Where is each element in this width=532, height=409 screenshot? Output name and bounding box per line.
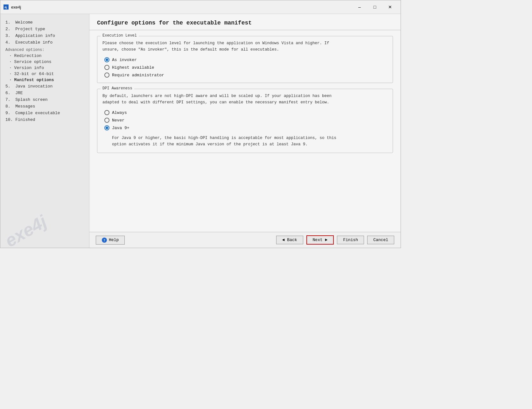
cancel-label: Cancel [373, 238, 388, 242]
sidebar-item-executable-info[interactable]: 4. Executable info [4, 39, 85, 46]
java9plus-desc: For Java 9 or higher, the basic high-DPI… [112, 135, 388, 148]
dpi-awareness-radio-group: Always Never Java 9+ For Java 9 or highe… [102, 110, 388, 148]
sidebar-watermark: exe4j [1, 211, 50, 248]
content-body: Execution Level Please choose the execut… [89, 30, 401, 232]
sidebar-item-project-type[interactable]: 2. Project type [4, 26, 85, 32]
help-icon: ? [102, 238, 107, 243]
radio-require-administrator-circle [104, 73, 109, 78]
window-controls: – □ ✕ [352, 2, 397, 12]
dpi-awareness-label: DPI Awareness [101, 86, 134, 91]
sidebar-item-version-info[interactable]: · Version info [4, 65, 85, 71]
next-button[interactable]: Next ► [306, 235, 334, 245]
radio-java9plus[interactable]: Java 9+ [104, 125, 388, 130]
sidebar: 1. Welcome 2. Project type 3. Applicatio… [0, 14, 89, 248]
sidebar-item-finished[interactable]: 10. Finished [4, 116, 85, 123]
radio-never-circle [104, 118, 109, 123]
cancel-button[interactable]: Cancel [367, 236, 394, 244]
radio-require-administrator-label: Require administrator [112, 73, 164, 78]
window-title: exe4j [11, 5, 352, 10]
sidebar-item-service-options[interactable]: · Service options [4, 59, 85, 65]
radio-never-label: Never [112, 118, 124, 123]
main-content: 1. Welcome 2. Project type 3. Applicatio… [0, 14, 401, 248]
sidebar-item-java-invocation[interactable]: 5. Java invocation [4, 83, 85, 90]
sidebar-item-splash-screen[interactable]: 7. Splash screen [4, 96, 85, 103]
title-bar: 4j exe4j – □ ✕ [0, 0, 401, 14]
content-header: Configure options for the executable man… [89, 14, 401, 30]
execution-level-desc: Please choose the execution level for la… [102, 40, 388, 53]
radio-as-invoker-circle [104, 57, 109, 62]
next-label: Next ► [313, 238, 328, 242]
sidebar-item-32bit-64bit[interactable]: · 32-bit or 64-bit [4, 71, 85, 77]
execution-level-radio-group: As invoker Highest available Require adm… [102, 57, 388, 78]
radio-always-label: Always [112, 110, 127, 115]
execution-level-label: Execution Level [101, 33, 139, 38]
radio-require-administrator[interactable]: Require administrator [104, 73, 388, 78]
finish-button[interactable]: Finish [337, 236, 364, 244]
content-area: Configure options for the executable man… [89, 14, 401, 248]
sidebar-item-redirection[interactable]: · Redirection [4, 53, 85, 59]
close-button[interactable]: ✕ [383, 2, 397, 12]
dpi-awareness-section: DPI Awareness By default, launchers are … [97, 89, 393, 153]
back-button[interactable]: ◄ Back [276, 236, 303, 244]
svg-text:4j: 4j [4, 6, 7, 9]
help-label: Help [109, 238, 119, 242]
sidebar-item-messages[interactable]: 8. Messages [4, 103, 85, 110]
radio-never[interactable]: Never [104, 118, 388, 123]
radio-highest-available-label: Highest available [112, 65, 154, 70]
help-button[interactable]: ? Help [96, 236, 125, 245]
radio-java9plus-circle [104, 125, 109, 130]
sidebar-item-application-info[interactable]: 3. Application info [4, 32, 85, 39]
maximize-button[interactable]: □ [368, 2, 382, 12]
radio-as-invoker-label: As invoker [112, 58, 137, 62]
page-title: Configure options for the executable man… [97, 20, 393, 26]
sidebar-advanced-label: Advanced options: [4, 47, 85, 53]
sidebar-item-jre[interactable]: 6. JRE [4, 90, 85, 96]
radio-highest-available[interactable]: Highest available [104, 65, 388, 70]
footer: ? Help ◄ Back Next ► Finish Cancel [89, 232, 401, 248]
execution-level-section: Execution Level Please choose the execut… [97, 36, 393, 83]
radio-as-invoker[interactable]: As invoker [104, 57, 388, 62]
dpi-awareness-desc: By default, launchers are not high-DPI a… [102, 93, 388, 106]
sidebar-item-compile-executable[interactable]: 9. Compile executable [4, 110, 85, 116]
radio-always-circle [104, 110, 109, 115]
radio-java9plus-label: Java 9+ [112, 126, 130, 130]
finish-label: Finish [343, 238, 358, 242]
app-icon: 4j [4, 4, 9, 10]
back-label: ◄ Back [282, 238, 297, 242]
radio-highest-available-circle [104, 65, 109, 70]
minimize-button[interactable]: – [352, 2, 367, 12]
sidebar-item-manifest-options[interactable]: · Manifest options [4, 77, 85, 83]
sidebar-item-welcome[interactable]: 1. Welcome [4, 19, 85, 26]
radio-always[interactable]: Always [104, 110, 388, 115]
